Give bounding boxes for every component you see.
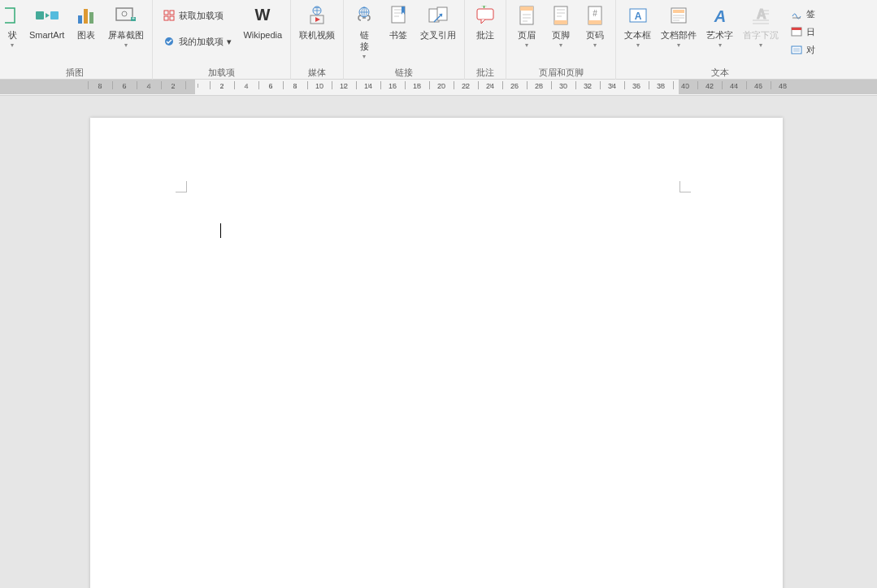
signature-button[interactable]: 签: [785, 5, 820, 23]
header-label: 页眉: [518, 29, 536, 41]
svg-rect-11: [170, 11, 174, 15]
ruler-segment: 48: [771, 80, 795, 94]
object-button[interactable]: 对: [785, 41, 820, 58]
svg-rect-0: [36, 11, 44, 19]
link-icon: [352, 3, 376, 28]
chevron-down-icon: ▾: [363, 53, 366, 60]
datetime-label: 日: [806, 26, 815, 38]
ruler-segment: 36: [624, 80, 649, 94]
svg-marker-1: [46, 13, 50, 18]
wikipedia-icon: W: [250, 3, 275, 28]
wikipedia-button[interactable]: W Wikipedia: [238, 2, 287, 65]
pagenum-label: 页码: [586, 29, 604, 41]
svg-rect-12: [164, 16, 168, 20]
header-button[interactable]: 页眉 ▾: [510, 2, 544, 65]
ruler-segment: 12: [332, 80, 356, 94]
svg-rect-34: [588, 20, 601, 24]
textbox-button[interactable]: A 文本框 ▾: [619, 2, 656, 65]
wordart-button[interactable]: A 艺术字 ▾: [701, 2, 738, 65]
ribbon-group-headerfooter: 页眉 ▾ 页脚 ▾ # 页码 ▾ 页眉和页脚: [506, 0, 616, 80]
document-area[interactable]: [0, 97, 877, 588]
svg-text:A: A: [713, 7, 725, 25]
svg-rect-44: [793, 48, 800, 52]
dropcap-icon: A: [749, 3, 773, 28]
chart-label: 图表: [77, 29, 95, 41]
ribbon-group-links: 链 接 ▾ 书签 交叉引用 链接: [344, 0, 465, 80]
ribbon-group-comments: + 批注 批注: [465, 0, 506, 80]
bookmark-icon: [386, 3, 410, 28]
ribbon: 状 ▾ SmartArt 图表 + 屏幕截图 ▾ 插图: [0, 0, 877, 80]
screenshot-label: 屏幕截图: [108, 29, 144, 41]
footer-label: 页脚: [552, 29, 570, 41]
bookmark-button[interactable]: 书签: [381, 2, 415, 65]
smartart-icon: [35, 3, 59, 28]
ruler-segment: 34: [600, 80, 624, 94]
comment-button[interactable]: + 批注: [468, 2, 502, 65]
crossref-icon: [426, 3, 450, 28]
svg-text:+: +: [132, 15, 135, 21]
ruler-segment: 4: [234, 80, 258, 94]
text-cursor: [220, 223, 221, 238]
screenshot-button[interactable]: + 屏幕截图 ▾: [103, 2, 149, 65]
ruler-segment: 6: [258, 80, 283, 94]
svg-marker-18: [315, 17, 320, 22]
comment-icon: +: [473, 3, 497, 28]
ruler-segment: 46: [746, 80, 771, 94]
ruler-segment: 8: [88, 80, 112, 94]
footer-button[interactable]: 页脚 ▾: [544, 2, 578, 65]
chart-button[interactable]: 图表: [69, 2, 103, 65]
horizontal-ruler[interactable]: 8642246810121416182022242628303234363840…: [0, 80, 877, 96]
ribbon-group-illustrations: 状 ▾ SmartArt 图表 + 屏幕截图 ▾ 插图: [0, 0, 153, 80]
screenshot-icon: +: [114, 3, 138, 28]
quickparts-label: 文档部件: [661, 29, 697, 41]
ruler-segment: 30: [551, 80, 575, 94]
get-addins-button[interactable]: 获取加载项: [158, 6, 237, 24]
svg-text:W: W: [255, 6, 271, 24]
ruler-segment: 18: [405, 80, 429, 94]
quickparts-icon: [666, 3, 691, 28]
svg-rect-29: [520, 6, 533, 11]
ruler-segment: 14: [356, 80, 380, 94]
shapes-button-partial[interactable]: 状 ▾: [0, 2, 24, 65]
datetime-button[interactable]: 日: [785, 23, 820, 41]
margin-mark-top-right: [679, 181, 691, 192]
ribbon-group-media: 联机视频 媒体: [291, 0, 344, 80]
ribbon-group-addins: 获取加载项 我的加载项 ▾ W Wikipedia 加载项: [153, 0, 291, 80]
chevron-down-icon: ▾: [593, 41, 597, 49]
svg-rect-4: [84, 9, 88, 24]
chevron-down-icon: ▾: [759, 41, 762, 49]
chart-icon: [74, 3, 98, 28]
link-button[interactable]: 链 接 ▾: [347, 2, 381, 65]
svg-rect-2: [50, 11, 59, 19]
footer-icon: [549, 3, 573, 28]
quickparts-button[interactable]: 文档部件 ▾: [656, 2, 701, 65]
svg-rect-5: [89, 12, 93, 24]
svg-rect-31: [554, 20, 567, 24]
ruler-segment: 42: [697, 80, 722, 94]
pagenum-button[interactable]: # 页码 ▾: [578, 2, 612, 65]
ruler-segment: 22: [454, 80, 478, 94]
crossref-label: 交叉引用: [420, 29, 456, 41]
document-page[interactable]: [90, 118, 783, 588]
header-icon: [514, 3, 539, 28]
svg-rect-13: [170, 16, 174, 20]
video-icon: [305, 3, 329, 28]
dropcap-button[interactable]: A 首字下沉 ▾: [738, 2, 784, 65]
online-video-button[interactable]: 联机视频: [294, 2, 340, 65]
ruler-segment: [185, 80, 210, 94]
datetime-icon: [790, 25, 803, 38]
object-label: 对: [806, 44, 815, 56]
my-addins-button[interactable]: 我的加载项 ▾: [158, 32, 237, 50]
svg-rect-3: [78, 15, 82, 24]
crossref-button[interactable]: 交叉引用: [415, 2, 461, 65]
smartart-button[interactable]: SmartArt: [24, 2, 69, 65]
textbox-label: 文本框: [624, 29, 651, 41]
get-addins-label: 获取加载项: [179, 10, 224, 22]
bookmark-label: 书签: [389, 29, 407, 41]
online-video-label: 联机视频: [299, 29, 335, 41]
ruler-segment: 8: [283, 80, 307, 94]
ruler-segment: 2: [161, 80, 185, 94]
wordart-icon: A: [708, 3, 732, 28]
svg-rect-10: [164, 11, 168, 15]
dropcap-label: 首字下沉: [743, 29, 779, 41]
